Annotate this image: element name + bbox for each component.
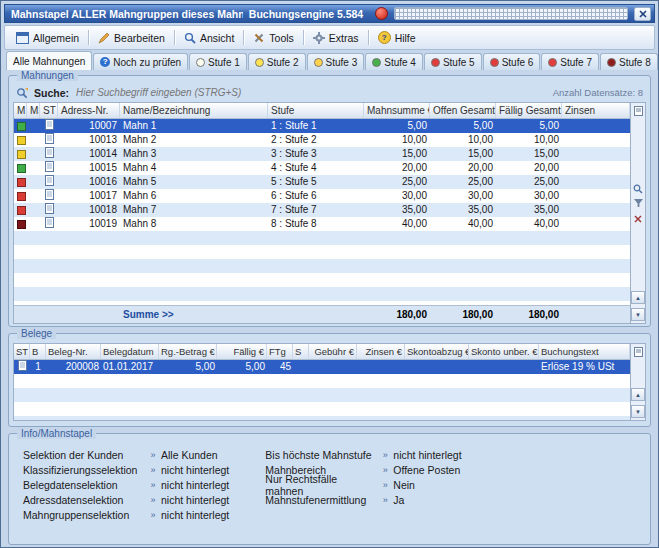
col-zinsen[interactable]: Zinsen € [357, 344, 405, 359]
empty-rows [14, 374, 630, 420]
record-count: Anzahl Datensätze: 8 [553, 87, 643, 98]
summe-faellig-gesamt: 180,00 [496, 309, 562, 320]
gear-icon [313, 32, 325, 44]
adress-nr: 10014 [58, 147, 120, 161]
table-row[interactable]: 10015 Mahn 4 4 : Stufe 4 20,00 20,00 20,… [14, 161, 630, 175]
report-icon[interactable] [633, 346, 644, 357]
table-row[interactable]: 10013 Mahn 2 2 : Stufe 2 10,00 10,00 10,… [14, 133, 630, 147]
col-beleg-nr[interactable]: Beleg-Nr. [46, 344, 101, 359]
hilfe-button[interactable]: ? Hilfe [371, 29, 423, 46]
scroll-down-button[interactable]: ▼ [631, 308, 645, 321]
empty-rows [14, 231, 630, 305]
tab-noch-zu-pruefen[interactable]: ?Noch zu prüfen [93, 53, 188, 70]
tab-stufe-5[interactable]: Stufe 5 [424, 53, 482, 70]
table-row[interactable]: 10016 Mahn 5 5 : Stufe 5 25,00 25,00 25,… [14, 175, 630, 189]
clear-filter-icon[interactable] [633, 213, 644, 224]
tab-stufe-4[interactable]: Stufe 4 [365, 53, 423, 70]
bullet-icon: » [145, 450, 161, 460]
faellig-gesamt: 40,00 [496, 217, 562, 231]
col-ms[interactable]: MS [27, 103, 40, 118]
zoom-icon[interactable] [633, 183, 644, 194]
col-st[interactable]: ST [14, 344, 30, 359]
toolbar: Allgemein Bearbeiten Ansicht Tools Extra… [4, 25, 655, 50]
table-row[interactable]: 10017 Mahn 6 6 : Stufe 6 30,00 30,00 30,… [14, 189, 630, 203]
info-pair: Klassifizierungsselektion»nicht hinterle… [23, 464, 229, 475]
table-row[interactable]: 10019 Mahn 8 8 : Stufe 8 40,00 40,00 40,… [14, 217, 630, 231]
col-b[interactable]: B [30, 344, 46, 359]
belege-group: Belege ST B Beleg-Nr. Belegdatum Rg.-Bet… [8, 333, 651, 427]
col-m[interactable]: M [14, 103, 27, 118]
col-skonto-unber[interactable]: Skonto unber. € [469, 344, 539, 359]
col-stufe[interactable]: Stufe [268, 103, 364, 118]
search-input[interactable] [74, 86, 548, 99]
col-skontoabzug[interactable]: Skontoabzug € [405, 344, 469, 359]
report-icon[interactable] [633, 105, 644, 116]
info-right-column: Bis höchste Mahnstufe»nicht hinterlegt M… [265, 449, 461, 520]
offen-gesamt: 20,00 [430, 161, 496, 175]
calculator-icon[interactable] [394, 7, 628, 20]
scroll-up-button[interactable]: ▲ [631, 388, 645, 401]
magnifier-icon [184, 32, 196, 44]
col-belegdatum[interactable]: Belegdatum [101, 344, 159, 359]
faellig-gesamt: 30,00 [496, 189, 562, 203]
mahnungen-header-row: M MS ST Adress-Nr. Name/Bezeichnung Stuf… [14, 103, 630, 119]
allgemein-button[interactable]: Allgemein [9, 30, 86, 46]
col-faellig-gesamt[interactable]: Fällig Gesamt € [496, 103, 562, 118]
question-icon: ? [100, 57, 110, 67]
col-buchungstext[interactable]: Buchungstext [539, 344, 630, 359]
status-square-icon [17, 192, 26, 201]
col-rg-betrag[interactable]: Rg.-Betrag € [159, 344, 217, 359]
col-st[interactable]: ST [40, 103, 58, 118]
stufe-3-dot-icon [314, 58, 323, 67]
filter-icon[interactable] [633, 198, 644, 209]
bullet-icon: » [377, 450, 393, 460]
tab-stufe-2[interactable]: Stufe 2 [248, 53, 306, 70]
col-ftg[interactable]: FTg [267, 344, 293, 359]
col-s[interactable]: S [293, 344, 309, 359]
stufe: 8 : Stufe 8 [268, 217, 364, 231]
col-mahnsumme[interactable]: Mahnsumme € [364, 103, 430, 118]
tab-stufe-1[interactable]: Stufe 1 [189, 53, 247, 70]
table-row[interactable]: 10014 Mahn 3 3 : Stufe 3 15,00 15,00 15,… [14, 147, 630, 161]
info-pair: Belegdatenselektion»nicht hinterlegt [23, 479, 229, 490]
offen-gesamt: 30,00 [430, 189, 496, 203]
tab-alle-mahnungen[interactable]: Alle Mahnungen [6, 51, 92, 70]
col-gebuehr[interactable]: Gebühr € [309, 344, 357, 359]
col-offen-gesamt[interactable]: Offen Gesamt € [430, 103, 496, 118]
document-icon [18, 360, 27, 371]
col-name[interactable]: Name/Bezeichnung [120, 103, 268, 118]
tab-stufe-8[interactable]: Stufe 8 [600, 53, 658, 70]
info-columns: Selektion der Kunden»Alle Kunden Klassif… [13, 443, 646, 520]
col-zinsen[interactable]: Zinsen [562, 103, 630, 118]
tab-stufe-7[interactable]: Stufe 7 [541, 53, 599, 70]
mahnsumme: 5,00 [364, 119, 430, 133]
col-adress-nr[interactable]: Adress-Nr. [58, 103, 120, 118]
info-label: Adressdatenselektion [23, 494, 145, 506]
ansicht-button[interactable]: Ansicht [177, 30, 241, 46]
table-row[interactable]: 1 200008 01.01.2017 5,00 5,00 45 Erlöse … [14, 360, 630, 374]
document-icon [45, 133, 54, 144]
table-row[interactable]: 10007 Mahn 1 1 : Stufe 1 5,00 5,00 5,00 [14, 119, 630, 133]
tools-button[interactable]: Tools [246, 30, 301, 46]
belege-header-row: ST B Beleg-Nr. Belegdatum Rg.-Betrag € F… [14, 344, 630, 360]
belege-grid: ST B Beleg-Nr. Belegdatum Rg.-Betrag € F… [13, 343, 631, 421]
table-row[interactable]: 10018 Mahn 7 7 : Stufe 7 35,00 35,00 35,… [14, 203, 630, 217]
bearbeiten-button[interactable]: Bearbeiten [91, 30, 172, 46]
scroll-up-button[interactable]: ▲ [631, 291, 645, 304]
summe-label: Summe >> [120, 309, 268, 320]
info-pair: Adressdatenselektion»nicht hinterlegt [23, 494, 229, 505]
info-value: nicht hinterlegt [393, 449, 461, 461]
col-faellig[interactable]: Fällig € [217, 344, 267, 359]
adress-nr: 10017 [58, 189, 120, 203]
tab-stufe-3[interactable]: Stufe 3 [307, 53, 365, 70]
document-icon [45, 217, 54, 228]
extras-button[interactable]: Extras [306, 30, 366, 46]
record-status-icon[interactable] [375, 7, 388, 20]
scroll-down-button[interactable]: ▼ [631, 405, 645, 418]
tools-icon [253, 32, 265, 44]
tab-stufe-6[interactable]: Stufe 6 [483, 53, 541, 70]
faellig-gesamt: 15,00 [496, 147, 562, 161]
help-icon: ? [378, 31, 391, 44]
close-button[interactable] [634, 7, 651, 21]
titlebar: Mahnstapel ALLER Mahngruppen dieses Mahn… [4, 4, 655, 23]
